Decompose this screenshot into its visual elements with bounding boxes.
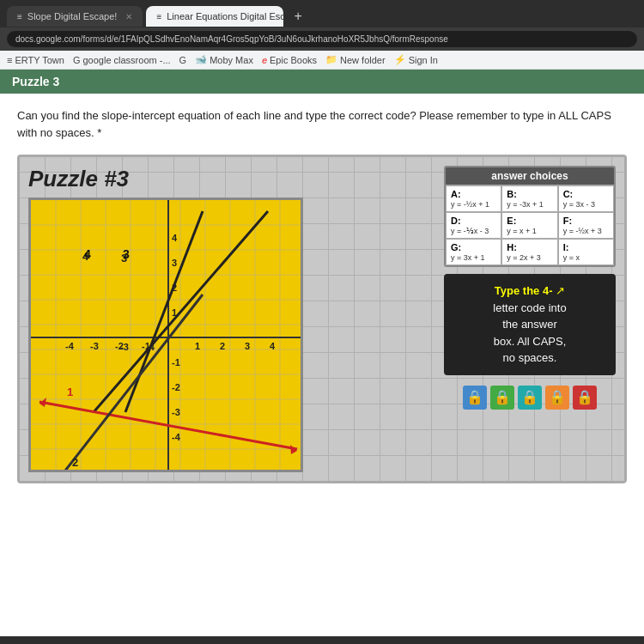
- lock-red: 🔒: [573, 386, 597, 410]
- moby-label: Moby Max: [210, 55, 253, 65]
- puzzle-container: Puzzle #3: [17, 155, 627, 483]
- bookmark-google2[interactable]: G: [179, 55, 187, 65]
- answer-choices-title: answer choices: [446, 167, 614, 185]
- choice-c-letter: C:: [563, 189, 609, 199]
- svg-line-42: [94, 211, 268, 412]
- code-line1: Type the 4-: [495, 284, 553, 297]
- svg-text:-3: -3: [172, 407, 180, 417]
- choice-a-eq: y = -½x + 1: [451, 200, 489, 209]
- choice-c-eq: y = 3x - 3: [563, 200, 595, 209]
- folder-icon: 📁: [325, 54, 337, 65]
- graph-svg: -4 -3 4 3 2 1 -1 -2 -3 -4: [31, 200, 303, 472]
- answer-choices-box: answer choices A: y = -½x + 1 B: y = -3x…: [444, 166, 616, 267]
- choice-e-eq: y = x + 1: [507, 227, 537, 235]
- page-content: Puzzle 3 Can you find the slope-intercep…: [0, 70, 644, 636]
- google-icon: G: [73, 55, 81, 65]
- epic-icon: e: [262, 55, 267, 65]
- puzzle-left: Puzzle #3: [28, 166, 435, 472]
- svg-line-40: [125, 211, 203, 412]
- svg-text:-4: -4: [65, 341, 75, 351]
- code-line4: box. All CAPS,: [494, 335, 567, 348]
- bookmark-epic-books[interactable]: e Epic Books: [262, 55, 317, 65]
- svg-text:-3: -3: [90, 341, 99, 351]
- choice-d-letter: D:: [451, 216, 496, 226]
- choice-e-letter: E:: [507, 216, 552, 226]
- choice-b-eq: y = -3x + 1: [507, 200, 544, 209]
- sign-in-icon: ⚡: [394, 54, 406, 65]
- lock-orange: 🔒: [545, 386, 569, 410]
- moby-icon: 🐋: [195, 54, 207, 65]
- svg-text:4: 4: [270, 341, 276, 351]
- svg-text:2: 2: [72, 456, 78, 469]
- choice-c: C: y = 3x - 3: [558, 185, 614, 212]
- tab1-close[interactable]: ✕: [125, 12, 132, 21]
- lock-blue: 🔒: [463, 386, 487, 410]
- svg-text:4: 4: [172, 233, 178, 243]
- locks-row: 🔒 🔒 🔒 🔒 🔒: [444, 386, 616, 410]
- new-tab-button[interactable]: +: [287, 5, 308, 27]
- graph-area: -4 -3 4 3 2 1 -1 -2 -3 -4: [28, 197, 303, 472]
- puzzle-section-header: Puzzle 3: [0, 70, 644, 94]
- svg-text:2: 2: [220, 341, 225, 351]
- choice-d: D: y = -⅓x - 3: [446, 212, 501, 239]
- erty-label: ERTY Town: [15, 55, 64, 65]
- instruction-text: Can you find the slope-intercept equatio…: [17, 107, 627, 141]
- svg-line-48: [65, 295, 203, 471]
- choice-b: B: y = -3x + 1: [501, 185, 557, 212]
- address-bar: [0, 27, 644, 51]
- bookmarks-bar: ≡ ERTY Town G google classroom -... G 🐋 …: [0, 51, 644, 70]
- svg-text:-1: -1: [172, 357, 180, 368]
- choices-grid: A: y = -½x + 1 B: y = -3x + 1 C: y = 3x …: [446, 185, 614, 265]
- tab-linear-escape[interactable]: ≡ Linear Equations Digital Escape! ✕: [146, 6, 283, 27]
- google2-icon: G: [179, 55, 187, 65]
- svg-text:3: 3: [123, 247, 130, 261]
- tab1-icon: ≡: [17, 12, 22, 21]
- tab2-icon: ≡: [156, 12, 161, 21]
- lock-teal: 🔒: [518, 386, 542, 410]
- sign-in-label: Sign In: [409, 55, 438, 65]
- bookmark-sign-in[interactable]: ⚡ Sign In: [394, 54, 438, 65]
- choice-g-letter: G:: [451, 242, 496, 252]
- page-body: Can you find the slope-intercept equatio…: [0, 94, 644, 497]
- tab-slope-escape[interactable]: ≡ Slope Digital Escape! ✕: [7, 6, 143, 27]
- choice-b-letter: B:: [507, 189, 552, 199]
- choice-f: F: y = -½x + 3: [558, 212, 614, 239]
- choice-h: H: y = 2x + 3: [501, 239, 557, 265]
- svg-text:1: 1: [67, 386, 73, 398]
- bookmark-google-classroom[interactable]: G google classroom -...: [73, 55, 171, 65]
- code-line2: letter code into: [493, 301, 566, 314]
- code-instruction-box: Type the 4- ↗ letter code into the answe…: [444, 274, 616, 375]
- google-classroom-label: google classroom -...: [82, 55, 170, 65]
- puzzle-header-text: Puzzle 3: [12, 75, 59, 88]
- svg-text:-2: -2: [115, 341, 124, 351]
- address-input[interactable]: [7, 31, 637, 47]
- epic-books-label: Epic Books: [270, 55, 317, 65]
- choice-g: G: y = 3x + 1: [446, 239, 501, 265]
- code-line3: the answer: [502, 318, 557, 331]
- svg-text:3: 3: [172, 258, 177, 268]
- choice-a: A: y = -½x + 1: [446, 185, 501, 212]
- svg-text:-4: -4: [172, 432, 181, 442]
- choice-f-eq: y = -½x + 3: [563, 227, 602, 235]
- choice-g-eq: y = 3x + 1: [451, 253, 485, 262]
- choice-i-eq: y = x: [563, 253, 580, 262]
- svg-text:-2: -2: [172, 382, 180, 392]
- svg-text:4: 4: [84, 247, 91, 261]
- browser-chrome: ≡ Slope Digital Escape! ✕ ≡ Linear Equat…: [0, 0, 644, 70]
- choice-d-eq: y = -⅓x - 3: [451, 227, 489, 235]
- choice-a-letter: A:: [451, 189, 496, 199]
- lock-green: 🔒: [490, 386, 514, 410]
- svg-text:1: 1: [195, 341, 200, 351]
- choice-i-letter: I:: [563, 242, 609, 252]
- tab2-label: Linear Equations Digital Escape!: [167, 11, 283, 21]
- puzzle-right: answer choices A: y = -½x + 1 B: y = -3x…: [444, 166, 616, 472]
- tab1-label: Slope Digital Escape!: [27, 11, 118, 21]
- erty-icon: ≡: [7, 55, 12, 65]
- choice-f-letter: F:: [563, 216, 609, 226]
- bookmark-erty-town[interactable]: ≡ ERTY Town: [7, 55, 64, 65]
- choice-h-eq: y = 2x + 3: [507, 253, 541, 262]
- choice-i: I: y = x: [558, 239, 614, 265]
- bookmark-moby-max[interactable]: 🐋 Moby Max: [195, 54, 253, 65]
- new-folder-label: New folder: [340, 55, 386, 65]
- bookmark-new-folder[interactable]: 📁 New folder: [325, 54, 386, 65]
